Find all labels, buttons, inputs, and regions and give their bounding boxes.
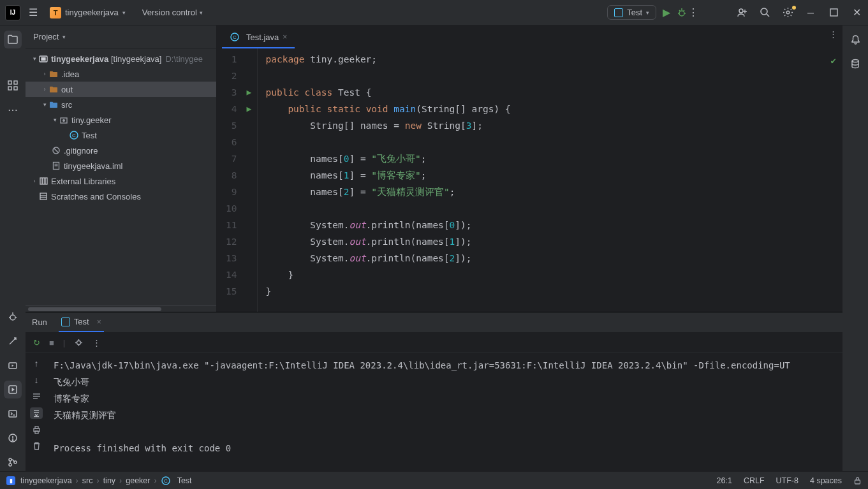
project-selector[interactable]: T tinygeekerjava ▾ — [46, 6, 129, 20]
debug-button[interactable] — [677, 8, 687, 18]
terminal-tool-button[interactable] — [4, 405, 22, 423]
editor-tab[interactable]: C Test.java × — [222, 27, 295, 48]
inspection-ok-icon[interactable]: ✔ — [831, 52, 836, 69]
project-panel-header[interactable]: Project ▾ — [26, 26, 216, 48]
folder-label: out — [61, 85, 73, 94]
code-content[interactable]: package tiny.geeker; public class Test {… — [258, 48, 842, 312]
file-label: .gitignore — [64, 146, 98, 156]
line-number: 3 — [226, 84, 237, 101]
folder-label: src — [61, 100, 72, 110]
indent-setting[interactable]: 4 spaces — [810, 476, 842, 485]
line-number: 7 — [226, 150, 237, 167]
scroll-to-end-icon[interactable] — [30, 407, 43, 419]
tree-src-folder[interactable]: ▾ src — [26, 97, 216, 112]
more-actions-icon[interactable]: ⋮ — [687, 6, 700, 18]
search-icon[interactable] — [758, 7, 771, 18]
close-window-icon[interactable]: ✕ — [850, 6, 863, 18]
file-encoding[interactable]: UTF-8 — [776, 476, 798, 485]
close-run-tab-icon[interactable]: × — [97, 317, 101, 326]
structure-tool-button[interactable] — [4, 77, 22, 94]
delete-icon[interactable] — [32, 441, 41, 451]
tree-class[interactable]: C Test — [26, 128, 216, 143]
run-tool-button[interactable] — [4, 381, 22, 398]
svg-line-5 — [684, 10, 685, 11]
up-icon[interactable]: ↑ — [34, 358, 39, 369]
svg-rect-13 — [8, 81, 11, 84]
debug-tool-button[interactable] — [4, 308, 22, 326]
down-icon[interactable]: ↓ — [34, 375, 39, 385]
more-tool-button[interactable]: ⋯ — [4, 101, 22, 119]
tree-gitignore[interactable]: .gitignore — [26, 143, 216, 158]
database-tool-button[interactable] — [846, 55, 864, 73]
line-number: 14 — [226, 266, 237, 283]
line-number: 4 — [226, 101, 237, 117]
line-number: 15 — [226, 283, 237, 300]
project-tool-button[interactable] — [4, 31, 22, 48]
run-config-selector[interactable]: Test ▾ — [607, 5, 656, 20]
tree-package[interactable]: ▾ tiny.geeker — [26, 112, 216, 128]
code-with-me-icon[interactable] — [735, 7, 748, 18]
line-number: 2 — [226, 68, 237, 84]
rerun-icon[interactable]: ↻ — [33, 338, 40, 347]
tree-ext-libs[interactable]: › External Libraries — [26, 173, 216, 189]
svg-line-39 — [54, 149, 59, 153]
run-tool-window: Run Test × ↻ ■ | ⋮ ↑ ↓ — [26, 312, 842, 471]
notifications-tool-button[interactable] — [846, 31, 864, 48]
vcs-dropdown[interactable]: Version control ▾ — [137, 6, 208, 18]
horizontal-scrollbar[interactable] — [28, 307, 161, 311]
tree-idea-folder[interactable]: › .idea — [26, 66, 216, 82]
class-label: Test — [82, 131, 97, 140]
crumb[interactable]: src — [82, 476, 93, 485]
svg-point-9 — [761, 8, 767, 15]
caret-position[interactable]: 26:1 — [717, 476, 732, 485]
tab-more-icon[interactable]: ⋮ — [829, 29, 837, 39]
crumb[interactable]: tiny — [103, 476, 115, 485]
git-tool-button[interactable] — [4, 453, 22, 471]
svg-rect-45 — [45, 178, 47, 184]
run-config-icon — [614, 8, 623, 17]
svg-point-17 — [10, 315, 15, 320]
print-icon[interactable] — [32, 425, 41, 435]
problems-tool-button[interactable] — [4, 429, 22, 447]
svg-rect-33 — [41, 58, 45, 61]
settings-icon[interactable] — [781, 7, 794, 18]
svg-rect-16 — [14, 87, 17, 90]
minimize-icon[interactable]: – — [804, 6, 817, 19]
build-tool-button[interactable] — [4, 332, 22, 350]
services-tool-button[interactable] — [4, 356, 22, 374]
label: External Libraries — [51, 177, 115, 186]
breadcrumbs[interactable]: ▮ tinygeekerjava › src › tiny › geeker ›… — [6, 476, 192, 485]
soft-wrap-icon[interactable] — [32, 391, 41, 401]
run-button[interactable]: ▶ — [663, 6, 670, 18]
class-file-icon: C — [230, 33, 240, 41]
svg-line-4 — [679, 10, 680, 11]
crumb[interactable]: geeker — [126, 476, 150, 485]
tree-out-folder[interactable]: › out — [26, 82, 216, 97]
code-editor[interactable]: ✔ 1 2 3 4 5 6 7 8 9 10 — [217, 48, 842, 312]
crumb[interactable]: tinygeekerjava — [20, 476, 72, 485]
console-output[interactable]: F:\Java\jdk-17\bin\java.exe "-javaagent:… — [47, 353, 842, 471]
stop-icon[interactable]: ■ — [49, 338, 54, 347]
crumb[interactable]: Test — [177, 476, 192, 485]
project-panel-title: Project — [33, 32, 59, 41]
more-run-actions-icon[interactable]: ⋮ — [92, 338, 101, 347]
run-line-icon[interactable]: ▶ — [247, 101, 252, 117]
close-tab-icon[interactable]: × — [283, 33, 287, 41]
dump-icon[interactable] — [74, 338, 84, 347]
vcs-label: Version control — [142, 8, 197, 17]
line-separator[interactable]: CRLF — [744, 476, 765, 485]
chevron-down-icon: ▾ — [646, 10, 649, 16]
tree-root-module[interactable]: ▾ tinygeekerjava [tinygeekjava] D:\tinyg… — [26, 51, 216, 66]
maximize-icon[interactable] — [827, 8, 840, 17]
tree-scratches[interactable]: Scratches and Consoles — [26, 189, 216, 204]
package-label: tiny.geeker — [71, 115, 112, 125]
line-number: 6 — [226, 134, 237, 150]
project-panel: Project ▾ ▾ tinygeekerjava [tinygeekjava… — [26, 26, 217, 312]
readonly-lock-icon[interactable] — [853, 476, 862, 485]
run-line-icon[interactable]: ▶ — [247, 84, 252, 101]
tree-iml[interactable]: tinygeekjava.iml — [26, 158, 216, 173]
main-menu-icon[interactable]: ☰ — [27, 6, 40, 18]
module-path: D:\tinygee — [165, 54, 203, 64]
run-tool-title: Run — [32, 317, 47, 327]
run-tab[interactable]: Test × — [59, 313, 104, 332]
